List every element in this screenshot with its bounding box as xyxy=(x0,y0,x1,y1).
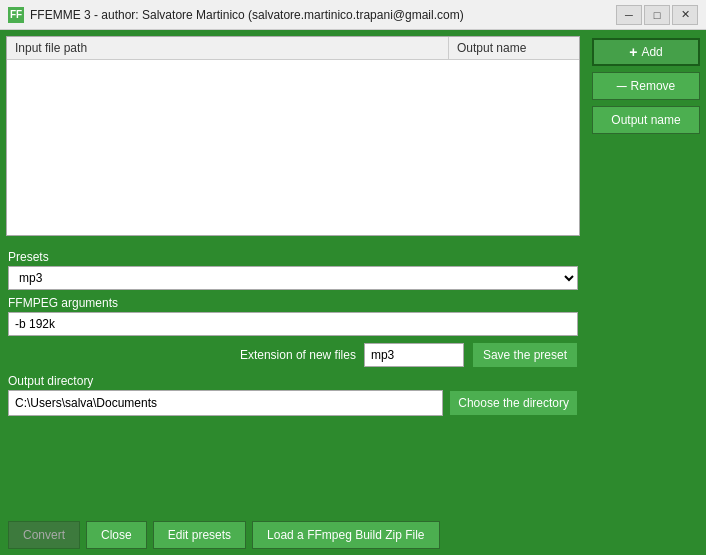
ffmpeg-args-section: FFMPEG arguments xyxy=(8,296,578,336)
window-controls: ─ □ ✕ xyxy=(616,5,698,25)
convert-button[interactable]: Convert xyxy=(8,521,80,549)
output-name-button-label: Output name xyxy=(611,113,680,127)
close-button[interactable]: ✕ xyxy=(672,5,698,25)
minus-icon: ─ xyxy=(617,78,627,94)
plus-icon: + xyxy=(629,44,637,60)
edit-presets-button[interactable]: Edit presets xyxy=(153,521,246,549)
app-title: FFEMME 3 - author: Salvatore Martinico (… xyxy=(30,8,464,22)
close-app-button[interactable]: Close xyxy=(86,521,147,549)
minimize-button[interactable]: ─ xyxy=(616,5,642,25)
output-name-button[interactable]: Output name xyxy=(592,106,700,134)
load-ffmpeg-button[interactable]: Load a FFmpeg Build Zip File xyxy=(252,521,439,549)
output-dir-row: Choose the directory xyxy=(8,390,578,416)
file-list: Input file path Output name xyxy=(6,36,580,236)
output-dir-label: Output directory xyxy=(8,374,578,388)
bottom-section: Presets mp3 mp4 aac ogg wav flac FFMPEG … xyxy=(0,242,586,515)
add-button[interactable]: + Add xyxy=(592,38,700,66)
presets-label: Presets xyxy=(8,250,578,264)
output-dir-section: Output directory Choose the directory xyxy=(8,374,578,416)
left-panel: Input file path Output name Presets mp3 … xyxy=(0,30,586,555)
extension-input[interactable] xyxy=(364,343,464,367)
maximize-button[interactable]: □ xyxy=(644,5,670,25)
presets-section: Presets mp3 mp4 aac ogg wav flac xyxy=(8,250,578,290)
app-icon: FF xyxy=(8,7,24,23)
file-list-body[interactable] xyxy=(7,60,579,234)
ffmpeg-args-input[interactable] xyxy=(8,312,578,336)
file-list-header: Input file path Output name xyxy=(7,37,579,60)
right-panel: + Add ─ Remove Output name xyxy=(586,30,706,555)
column-output-name: Output name xyxy=(449,37,579,59)
extension-row: Extension of new files Save the preset xyxy=(8,342,578,368)
ffmpeg-args-label: FFMPEG arguments xyxy=(8,296,578,310)
remove-button-label: Remove xyxy=(631,79,676,93)
save-preset-button[interactable]: Save the preset xyxy=(472,342,578,368)
choose-directory-button[interactable]: Choose the directory xyxy=(449,390,578,416)
main-container: Input file path Output name Presets mp3 … xyxy=(0,30,706,555)
output-dir-input[interactable] xyxy=(8,390,443,416)
bottom-buttons: Convert Close Edit presets Load a FFmpeg… xyxy=(0,515,586,555)
presets-dropdown[interactable]: mp3 mp4 aac ogg wav flac xyxy=(8,266,578,290)
title-bar: FF FFEMME 3 - author: Salvatore Martinic… xyxy=(0,0,706,30)
add-button-label: Add xyxy=(641,45,662,59)
column-input-path: Input file path xyxy=(7,37,449,59)
title-bar-left: FF FFEMME 3 - author: Salvatore Martinic… xyxy=(8,7,464,23)
extension-label: Extension of new files xyxy=(240,348,356,362)
remove-button[interactable]: ─ Remove xyxy=(592,72,700,100)
